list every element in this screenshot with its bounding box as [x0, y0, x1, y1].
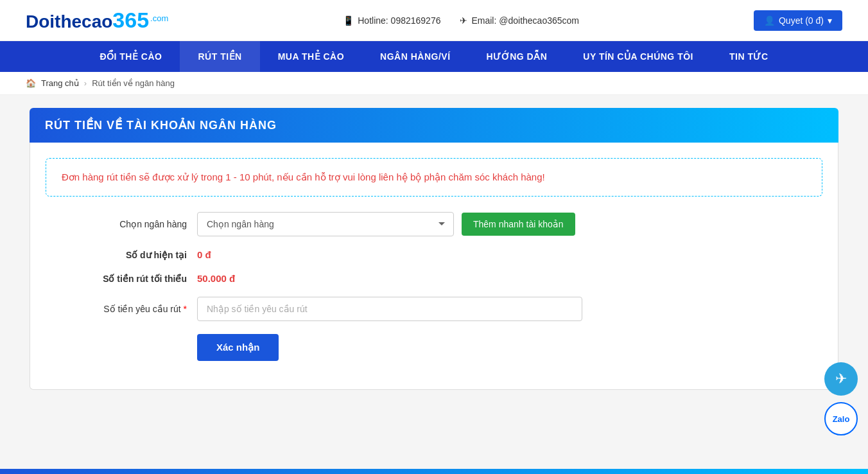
nav-item-ngan-hang[interactable]: NGÂN HÀNG/VÍ: [362, 41, 468, 72]
balance-label: Số dư hiện tại: [46, 250, 187, 260]
user-icon: 👤: [764, 15, 775, 26]
min-amount-value: 50.000 đ: [197, 273, 235, 284]
bank-select-group: Chọn ngân hàng Chọn ngân hàng Thêm nhanh…: [46, 212, 822, 236]
phone-icon: 📱: [343, 15, 354, 26]
nav-item-doi-the-cao[interactable]: ĐỔI THẺ CÀO: [82, 41, 180, 72]
nav-item-uy-tin[interactable]: UY TÍN CỦA CHÚNG TÔI: [565, 41, 711, 72]
nav-item-tin-tuc[interactable]: TIN TỨC: [711, 41, 786, 72]
min-amount-label: Số tiền rút tối thiểu: [46, 274, 187, 284]
home-icon: 🏠: [26, 78, 36, 88]
amount-label: Số tiền yêu cầu rút *: [46, 304, 187, 314]
nav-item-rut-tien[interactable]: RÚT TIỀN: [180, 41, 259, 72]
section-header: RÚT TIỀN VỀ TÀI KHOẢN NGÂN HÀNG: [30, 108, 838, 143]
breadcrumb-home[interactable]: Trang chủ: [41, 78, 79, 88]
breadcrumb-current: Rút tiền về ngân hàng: [92, 78, 175, 88]
min-amount-group: Số tiền rút tối thiểu 50.000 đ: [46, 273, 822, 284]
bank-select[interactable]: Chọn ngân hàng: [197, 212, 454, 236]
header-user: 👤 Quyet (0 đ) ▾: [754, 10, 842, 31]
bank-select-wrapper: Chọn ngân hàng Thêm nhanh tài khoản: [197, 212, 822, 236]
balance-group: Số dư hiện tại 0 đ: [46, 249, 822, 260]
telegram-float-icon: ✈: [835, 371, 847, 387]
section-title: RÚT TIỀN VỀ TÀI KHOẢN NGÂN HÀNG: [45, 119, 277, 132]
telegram-icon: ✈: [460, 15, 467, 26]
confirm-button[interactable]: Xác nhận: [197, 334, 279, 361]
user-menu-button[interactable]: 👤 Quyet (0 đ) ▾: [754, 10, 842, 31]
notice-box: Đơn hàng rút tiền sẽ được xử lý trong 1 …: [46, 158, 822, 197]
header: Doithecao365.com 📱 Hotline: 0982169276 ✈…: [0, 0, 868, 41]
user-label: Quyet (0 đ): [779, 15, 824, 26]
nav-item-huong-dan[interactable]: HƯỚNG DẪN: [469, 41, 566, 72]
main-nav: ĐỔI THẺ CÀO RÚT TIỀN MUA THẺ CÀO NGÂN HÀ…: [0, 41, 868, 72]
logo-main: Doithecao: [26, 12, 112, 31]
breadcrumb: 🏠 Trang chủ › Rút tiền về ngân hàng: [0, 72, 868, 95]
amount-input[interactable]: [197, 297, 582, 321]
logo-365: 365: [112, 8, 149, 32]
nav-item-mua-the-cao[interactable]: MUA THẺ CÀO: [260, 41, 362, 72]
breadcrumb-separator: ›: [84, 78, 87, 88]
logo-text: Doithecao365.com: [26, 8, 168, 33]
email-text: Email: @doithecao365com: [471, 15, 579, 26]
required-star: *: [181, 304, 187, 314]
zalo-float-button[interactable]: Zalo: [824, 402, 858, 403]
amount-input-group: Số tiền yêu cầu rút *: [46, 297, 822, 321]
balance-value: 0 đ: [197, 249, 211, 260]
notice-text: Đơn hàng rút tiền sẽ được xử lý trong 1 …: [62, 171, 806, 183]
main-content: RÚT TIỀN VỀ TÀI KHOẢN NGÂN HÀNG Đơn hàng…: [17, 108, 851, 390]
section-body: Đơn hàng rút tiền sẽ được xử lý trong 1 …: [30, 143, 838, 390]
confirm-group: Xác nhận: [46, 334, 822, 361]
logo[interactable]: Doithecao365.com: [26, 8, 168, 33]
logo-com: .com: [150, 13, 168, 23]
email: ✈ Email: @doithecao365com: [460, 15, 579, 26]
hotline: 📱 Hotline: 0982169276: [343, 15, 440, 26]
chevron-down-icon: ▾: [828, 15, 832, 26]
hotline-text: Hotline: 0982169276: [358, 15, 440, 26]
add-bank-button[interactable]: Thêm nhanh tài khoản: [462, 213, 575, 236]
telegram-float-button[interactable]: ✈: [824, 362, 858, 396]
floating-buttons: ✈ Zalo: [824, 362, 858, 403]
header-contact: 📱 Hotline: 0982169276 ✈ Email: @doitheca…: [343, 15, 579, 26]
bank-select-label: Chọn ngân hàng: [46, 219, 187, 229]
